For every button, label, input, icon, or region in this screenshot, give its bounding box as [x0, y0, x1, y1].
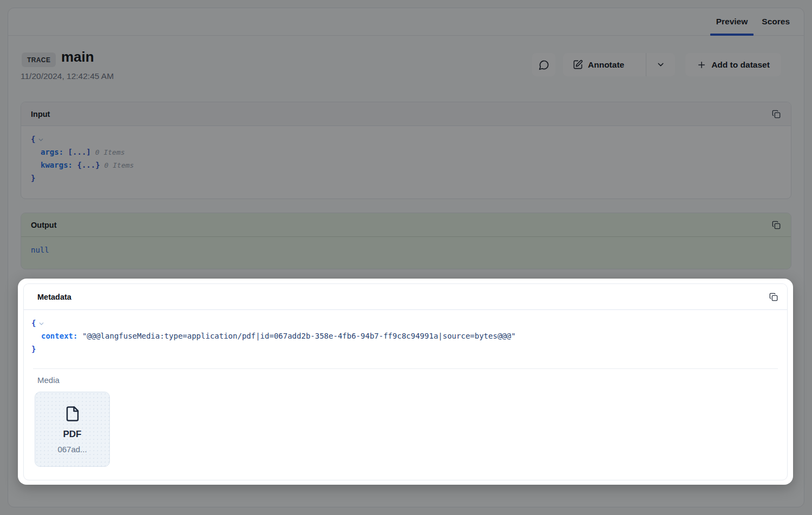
pdf-media-card[interactable]: PDF 067ad...: [35, 392, 110, 467]
metadata-panel: Metadata { context: "@@@langfuseMedia:ty…: [23, 283, 788, 480]
metadata-panel-header: Metadata: [24, 284, 787, 310]
json-collapse-icon[interactable]: [38, 320, 45, 327]
json-open-brace: {: [31, 319, 36, 327]
pdf-type-label: PDF: [63, 429, 82, 440]
metadata-json-viewer: { context: "@@@langfuseMedia:type=applic…: [24, 310, 787, 355]
media-section-label: Media: [37, 375, 787, 385]
media-divider: [33, 368, 778, 369]
metadata-spotlight: Metadata { context: "@@@langfuseMedia:ty…: [18, 279, 793, 485]
json-close-brace: }: [31, 345, 36, 353]
json-string-value: "@@@langfuseMedia:type=application/pdf|i…: [82, 332, 516, 340]
metadata-panel-title: Metadata: [37, 293, 71, 301]
file-icon: [64, 405, 81, 423]
trace-detail-view: Preview Scores TRACE main 11/20/2024, 12…: [0, 0, 812, 515]
pdf-id-label: 067ad...: [57, 445, 87, 454]
json-row-context: context: "@@@langfuseMedia:type=applicat…: [31, 329, 777, 342]
metadata-copy-button[interactable]: [769, 292, 778, 302]
copy-icon: [769, 293, 778, 301]
